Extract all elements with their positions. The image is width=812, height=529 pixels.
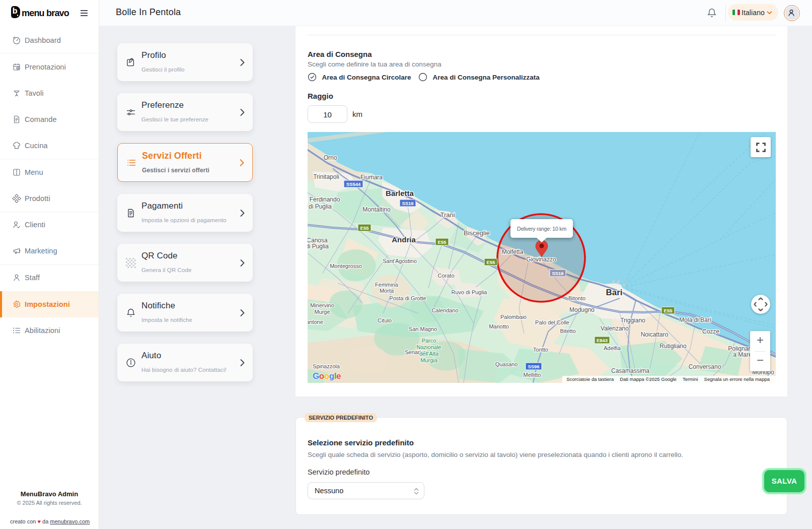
svg-text:Femmina: Femmina — [375, 282, 399, 288]
svg-text:E55: E55 — [360, 225, 370, 231]
svg-text:San Magno: San Magno — [409, 326, 437, 332]
svg-text:Triggiano: Triggiano — [620, 317, 645, 324]
svg-text:Trinitapoli: Trinitapoli — [313, 173, 339, 180]
svg-text:di Puglia: di Puglia — [309, 203, 332, 210]
svg-text:SS16: SS16 — [402, 201, 413, 206]
svg-text:Murgia: Murgia — [420, 357, 438, 363]
svg-text:Trani: Trani — [440, 211, 455, 219]
svg-text:Spinazzola: Spinazzola — [313, 363, 340, 369]
svg-text:dell'Alta: dell'Alta — [419, 351, 439, 357]
svg-text:Mola di Bari: Mola di Bari — [679, 316, 711, 323]
svg-text:a Mare: a Mare — [733, 351, 752, 358]
svg-text:Mariotto: Mariotto — [489, 323, 509, 329]
svg-text:Toritto: Toritto — [533, 347, 548, 353]
svg-text:Cozze: Cozze — [702, 328, 719, 335]
svg-text:Posta di Grotte: Posta di Grotte — [389, 295, 426, 301]
svg-text:Montaltino: Montaltino — [362, 206, 391, 213]
svg-text:Citulo: Citulo — [378, 317, 392, 323]
svg-text:E843: E843 — [597, 338, 608, 343]
svg-text:Adelfia: Adelfia — [604, 345, 621, 351]
svg-text:Conversano: Conversano — [689, 363, 721, 370]
svg-text:Bitetto: Bitetto — [560, 328, 575, 334]
svg-text:Palo del Colle: Palo del Colle — [535, 319, 569, 325]
svg-text:Fiumara: Fiumara — [360, 174, 383, 181]
svg-text:Valenzano: Valenzano — [601, 325, 629, 332]
svg-text:Corato: Corato — [437, 273, 454, 279]
svg-text:Andria: Andria — [392, 235, 416, 244]
svg-text:Montegrosso: Montegrosso — [330, 263, 362, 269]
svg-text:Orno: Orno — [324, 154, 337, 161]
svg-text:E55: E55 — [438, 239, 447, 245]
svg-text:Nazionale: Nazionale — [417, 344, 441, 350]
svg-text:Parco: Parco — [422, 338, 436, 344]
svg-text:Giovinazzo: Giovinazzo — [526, 256, 556, 263]
svg-text:antone: antone — [308, 319, 323, 325]
svg-text:Bitonto: Bitonto — [568, 295, 585, 301]
svg-text:SS544: SS544 — [346, 181, 361, 187]
svg-text:Barletta: Barletta — [386, 189, 414, 197]
svg-text:di Puglia: di Puglia — [308, 243, 329, 250]
svg-text:Murge: Murge — [314, 309, 330, 315]
svg-text:SS16: SS16 — [552, 271, 563, 276]
svg-text:Palombaio: Palombaio — [500, 314, 527, 320]
svg-text:n Ferdinando: n Ferdinando — [308, 196, 340, 203]
svg-text:Calendano: Calendano — [431, 307, 458, 313]
svg-text:Bari: Bari — [606, 288, 622, 297]
svg-text:Quasano: Quasano — [495, 361, 518, 367]
svg-text:Minervino: Minervino — [310, 302, 334, 308]
svg-text:Mellitto: Mellitto — [524, 372, 541, 378]
svg-text:Ruvo di Puglia: Ruvo di Puglia — [452, 289, 488, 295]
svg-text:E55: E55 — [664, 308, 673, 313]
svg-text:Noicattaro: Noicattaro — [641, 331, 669, 338]
svg-text:Rutigliano: Rutigliano — [659, 343, 687, 350]
svg-text:Casamassima: Casamassima — [611, 367, 649, 374]
svg-text:Morta: Morta — [380, 288, 394, 294]
svg-text:Sant'Agostino: Sant'Agostino — [383, 258, 417, 264]
svg-text:E55: E55 — [487, 259, 496, 265]
svg-text:Molfetta: Molfetta — [502, 248, 524, 255]
svg-text:Bisceglie: Bisceglie — [464, 229, 490, 237]
svg-text:Modugno: Modugno — [569, 306, 595, 313]
svg-text:SS96: SS96 — [528, 364, 539, 369]
